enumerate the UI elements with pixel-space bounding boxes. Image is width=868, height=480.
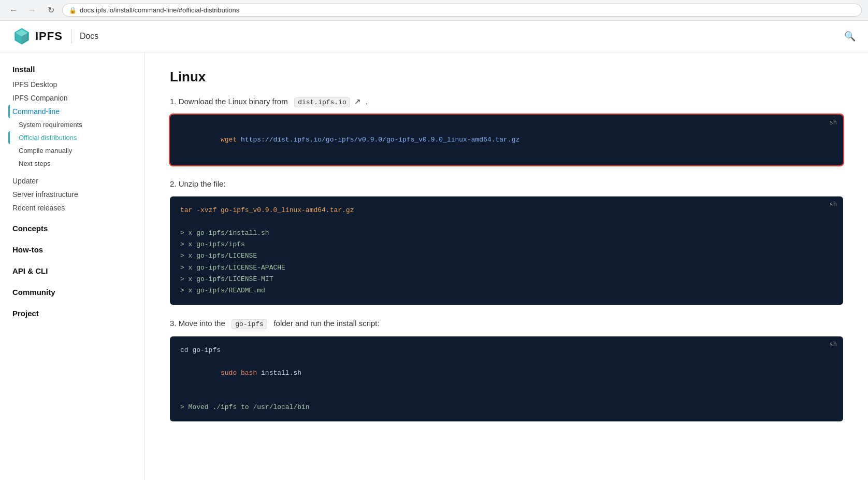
- sidebar-project-section: Project: [8, 304, 136, 321]
- logo-area[interactable]: IPFS: [12, 27, 63, 46]
- sidebar-howtos-section: How-tos: [8, 240, 136, 257]
- sidebar-concepts-title[interactable]: Concepts: [8, 219, 136, 236]
- sidebar-apicli-title[interactable]: API & CLI: [8, 261, 136, 278]
- step2-text: 2. Unzip the file:: [170, 178, 843, 190]
- sidebar-item-system-requirements[interactable]: System requirements: [8, 118, 136, 131]
- back-button[interactable]: ←: [6, 3, 21, 18]
- code-block-1: sh wget https://dist.ipfs.io/go-ipfs/v0.…: [170, 115, 843, 165]
- sidebar-install-title: Install: [8, 65, 136, 74]
- sidebar-concepts-section: Concepts: [8, 219, 136, 236]
- code2-label: sh: [830, 201, 837, 208]
- sidebar-item-next-steps[interactable]: Next steps: [8, 157, 136, 170]
- lock-icon: 🔒: [69, 7, 77, 14]
- url-text: docs.ipfs.io/install/command-line/#offic…: [80, 6, 855, 14]
- code2-output-1: > x go-ipfs/install.sh: [180, 228, 833, 239]
- code1-label: sh: [830, 119, 837, 126]
- sidebar-item-compile-manually[interactable]: Compile manually: [8, 144, 136, 157]
- sidebar-item-updater[interactable]: Updater: [8, 174, 136, 188]
- content-area: Install IPFS Desktop IPFS Companion Comm…: [0, 52, 868, 480]
- code-block-3: sh cd go-ipfs sudo bash install.sh > Mov…: [170, 336, 843, 422]
- search-button[interactable]: 🔍: [844, 31, 856, 42]
- code3-empty: [180, 390, 833, 402]
- code2-output-2: > x go-ipfs/ipfs: [180, 239, 833, 250]
- sidebar-item-recent-releases[interactable]: Recent releases: [8, 201, 136, 215]
- code3-label: sh: [830, 341, 837, 348]
- sidebar-howtos-title[interactable]: How-tos: [8, 240, 136, 257]
- nav-docs-label[interactable]: Docs: [80, 32, 98, 41]
- code2-output-3: > x go-ipfs/LICENSE: [180, 250, 833, 262]
- sidebar-community-section: Community: [8, 283, 136, 300]
- sidebar-item-server-infrastructure[interactable]: Server infrastructure: [8, 188, 136, 201]
- code3-line-1: cd go-ipfs: [180, 345, 833, 356]
- step1-link[interactable]: dist.ipfs.io: [294, 97, 350, 107]
- code3-output-1: > Moved ./ipfs to /usr/local/bin: [180, 402, 833, 413]
- sidebar-updater-section: Updater Server infrastructure Recent rel…: [8, 174, 136, 215]
- nav-divider: [71, 29, 71, 44]
- code2-line-1: tar -xvzf go-ipfs_v0.9.0_linux-amd64.tar…: [180, 205, 833, 216]
- step1-text: 1. Download the Linux binary from dist.i…: [170, 95, 843, 108]
- code1-line: wget https://dist.ipfs.io/go-ipfs/v0.9.0…: [180, 123, 833, 157]
- code2-output-6: > x go-ipfs/README.md: [180, 285, 833, 297]
- sidebar-project-title[interactable]: Project: [8, 304, 136, 321]
- logo-text: IPFS: [35, 30, 63, 43]
- top-nav: IPFS Docs 🔍: [0, 21, 868, 52]
- sidebar-item-command-line[interactable]: Command-line: [8, 105, 136, 118]
- browser-chrome: ← → ↻ 🔒 docs.ipfs.io/install/command-lin…: [0, 0, 868, 21]
- sidebar: Install IPFS Desktop IPFS Companion Comm…: [0, 52, 145, 480]
- page-title: Linux: [170, 69, 843, 85]
- code2-output-5: > x go-ipfs/LICENSE-MIT: [180, 274, 833, 285]
- forward-button[interactable]: →: [25, 3, 39, 18]
- sidebar-item-ipfs-desktop[interactable]: IPFS Desktop: [8, 78, 136, 91]
- sidebar-install-section: Install IPFS Desktop IPFS Companion Comm…: [8, 65, 136, 170]
- sidebar-item-official-distributions[interactable]: Official distributions: [8, 131, 136, 144]
- step3-text: 3. Move into the go-ipfs folder and run …: [170, 317, 843, 330]
- code2-empty: [180, 216, 833, 228]
- reload-button[interactable]: ↻: [44, 3, 58, 18]
- sidebar-community-title[interactable]: Community: [8, 283, 136, 300]
- step3-inline-code: go-ipfs: [232, 319, 267, 329]
- code-block-2: sh tar -xvzf go-ipfs_v0.9.0_linux-amd64.…: [170, 196, 843, 305]
- code2-output-4: > x go-ipfs/LICENSE-APACHE: [180, 262, 833, 274]
- docs-main: Linux 1. Download the Linux binary from …: [145, 52, 868, 480]
- code3-line-2: sudo bash install.sh: [180, 356, 833, 390]
- sidebar-item-ipfs-companion[interactable]: IPFS Companion: [8, 91, 136, 105]
- address-bar[interactable]: 🔒 docs.ipfs.io/install/command-line/#off…: [62, 4, 862, 17]
- page-wrapper: IPFS Docs 🔍 Install IPFS Desktop IPFS Co…: [0, 21, 868, 480]
- sidebar-apicli-section: API & CLI: [8, 261, 136, 278]
- ipfs-logo-icon: [12, 27, 31, 46]
